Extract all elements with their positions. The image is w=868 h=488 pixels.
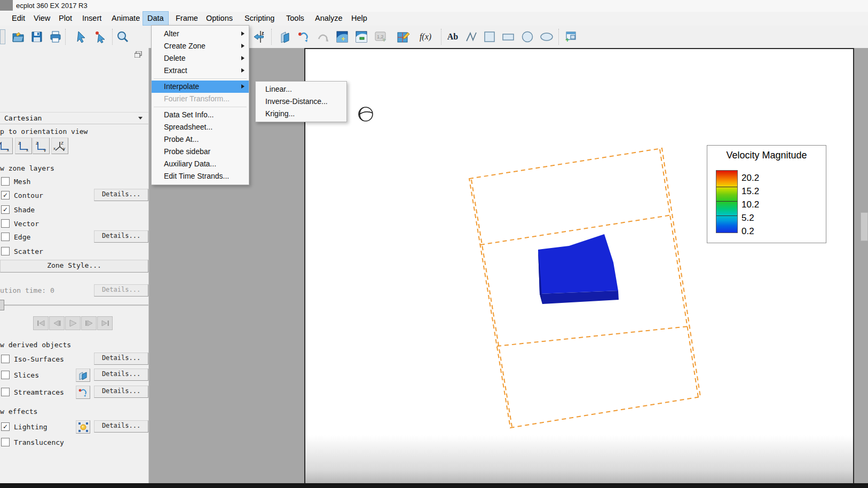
slices-details-button[interactable]: Details...	[94, 369, 148, 381]
new-file-icon[interactable]	[0, 29, 5, 44]
plot-type-dropdown[interactable]: Cartesian	[0, 112, 148, 124]
streamtrace-tool-button[interactable]	[76, 386, 90, 399]
translucency-checkbox[interactable]	[1, 438, 10, 446]
add-ellipse-icon[interactable]	[539, 29, 554, 45]
adjustor-icon[interactable]	[93, 29, 108, 45]
data-menu-item-extract[interactable]: Extract	[152, 65, 249, 77]
data-menu-item-probe-at[interactable]: Probe At...	[152, 133, 249, 146]
sidebar-row-shade: ✓Shade	[1, 204, 35, 215]
iso-surfaces-checkbox[interactable]	[1, 355, 10, 363]
open-file-icon[interactable]	[11, 29, 26, 45]
lighting-tool-button[interactable]	[76, 420, 90, 434]
menu-frame[interactable]: Frame	[171, 12, 202, 25]
play-button[interactable]	[65, 316, 81, 330]
scatter-label: Scatter	[14, 247, 43, 255]
menu-options[interactable]: Options	[202, 12, 237, 25]
lighting-label: Lighting	[14, 423, 48, 431]
rotate-z-icon[interactable]: z	[252, 29, 267, 45]
submenu-item-inverse-distance[interactable]: Inverse-Distance...	[256, 95, 346, 108]
probe-edit-icon[interactable]	[396, 29, 411, 45]
legend-tick	[716, 201, 737, 202]
slices-checkbox[interactable]	[1, 371, 10, 379]
add-label-icon[interactable]: 1,2+	[373, 29, 388, 45]
contour-flood-icon[interactable]	[354, 29, 369, 45]
menu-insert[interactable]: Insert	[78, 12, 106, 25]
view-zy-button[interactable]: Zy	[33, 138, 50, 154]
data-menu-item-auxiliary-data[interactable]: Auxiliary Data...	[152, 158, 249, 170]
data-menu-item-data-set-info[interactable]: Data Set Info...	[152, 109, 249, 121]
data-menu-item-interpolate[interactable]: Interpolate	[152, 81, 249, 93]
sidebar-row-mesh: Mesh	[1, 176, 30, 187]
data-menu-item-spreadsheet[interactable]: Spreadsheet...	[152, 121, 249, 133]
scatter-checkbox[interactable]	[1, 247, 10, 255]
add-polyline-icon[interactable]	[464, 29, 479, 45]
menu-edit[interactable]: Edit	[7, 12, 29, 25]
streamtrace-tool-icon[interactable]	[297, 29, 312, 45]
contour-legend[interactable]: Velocity Magnitude 20.215.210.25.20.2	[707, 145, 826, 243]
lighting-checkbox[interactable]: ✓	[1, 422, 10, 431]
menu-plot[interactable]: Plot	[54, 12, 76, 25]
streamtraces-checkbox[interactable]	[1, 388, 10, 396]
submenu-item-kriging[interactable]: Kriging...	[256, 108, 346, 120]
view-xyz-button[interactable]: Zxy	[51, 138, 68, 154]
menu-scripting[interactable]: Scripting	[240, 12, 279, 25]
zone-style-button[interactable]: Zone Style...	[0, 260, 148, 273]
data-menu-item-delete[interactable]: Delete	[152, 52, 249, 65]
menu-separator	[154, 78, 247, 79]
edge-checkbox[interactable]	[1, 233, 10, 241]
vector-label: Vector	[14, 220, 39, 228]
add-contour-level-icon[interactable]: +	[335, 29, 350, 45]
workspace-scrollbar-thumb[interactable]	[861, 212, 868, 241]
submenu-item-linear[interactable]: Linear...	[256, 83, 346, 95]
solution-time-slider[interactable]	[0, 305, 148, 306]
menu-view[interactable]: View	[29, 12, 54, 25]
view-yx-button[interactable]: Yx	[0, 138, 13, 154]
step-back-button[interactable]	[49, 316, 65, 330]
add-square-icon[interactable]	[482, 29, 497, 45]
shade-checkbox[interactable]: ✓	[1, 205, 10, 214]
slice-tool-button[interactable]	[76, 369, 90, 382]
streamtraces-label: Streamtraces	[14, 388, 64, 396]
vector-checkbox[interactable]	[1, 219, 10, 228]
solution-time-details-button[interactable]: Details...	[94, 284, 148, 297]
menu-animate[interactable]: Animate	[107, 12, 144, 25]
solution-time-slider-thumb[interactable]	[0, 300, 4, 310]
menu-data[interactable]: Data	[143, 12, 168, 25]
float-sidebar-icon[interactable]	[135, 50, 142, 60]
data-menu-item-fourier-transform[interactable]: Fourier Transform...	[152, 93, 249, 105]
data-menu-item-alter[interactable]: Alter	[152, 28, 249, 40]
menu-tools[interactable]: Tools	[282, 12, 309, 25]
plot-frame[interactable]: Velocity Magnitude 20.215.210.25.20.2 Z …	[304, 48, 854, 488]
skip-to-start-button[interactable]	[33, 316, 49, 330]
mesh-checkbox[interactable]	[1, 177, 10, 186]
zoom-icon[interactable]	[115, 29, 130, 45]
streamtraces-details-button[interactable]: Details...	[94, 386, 148, 398]
menu-analyze[interactable]: Analyze	[311, 12, 347, 25]
view-zx-button[interactable]: Zx	[15, 138, 32, 154]
add-circle-icon[interactable]	[520, 29, 535, 45]
add-rectangle-icon[interactable]	[501, 29, 516, 45]
equation-icon[interactable]: f(x)	[418, 29, 433, 45]
lighting-details-button[interactable]: Details...	[94, 420, 148, 433]
streamtrace-end-icon[interactable]	[315, 29, 330, 45]
data-menu-item-probe-sidebar[interactable]: Probe sidebar	[152, 146, 249, 158]
save-icon[interactable]	[29, 29, 44, 45]
skip-to-end-button[interactable]	[97, 316, 113, 330]
data-menu-item-create-zone[interactable]: Create Zone	[152, 40, 249, 52]
contour-label: Contour	[14, 191, 43, 199]
data-menu-item-edit-time-strands[interactable]: Edit Time Strands...	[152, 170, 249, 182]
iso-surfaces-details-button[interactable]: Details...	[94, 353, 148, 365]
print-icon[interactable]	[48, 29, 63, 45]
contour-checkbox[interactable]: ✓	[1, 191, 10, 199]
add-text-icon[interactable]: Ab	[445, 29, 460, 45]
menu-help[interactable]: Help	[347, 12, 372, 25]
selector-icon[interactable]	[74, 29, 89, 45]
edge-details-button[interactable]: Details...	[94, 230, 148, 243]
translucency-label: Translucency	[14, 438, 64, 446]
rotate-sphere-cursor	[359, 107, 373, 121]
slice-tool-icon[interactable]	[278, 29, 293, 45]
new-frame-icon[interactable]: +	[563, 29, 578, 45]
sidebar-row-translucency: Translucency	[1, 437, 64, 447]
step-forward-button[interactable]	[81, 316, 97, 330]
contour-details-button[interactable]: Details...	[94, 189, 148, 201]
